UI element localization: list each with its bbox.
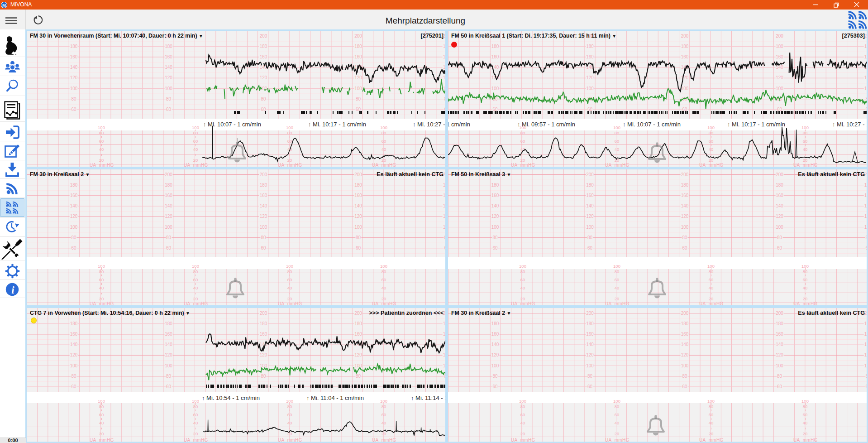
svg-text:i: i	[11, 284, 14, 296]
